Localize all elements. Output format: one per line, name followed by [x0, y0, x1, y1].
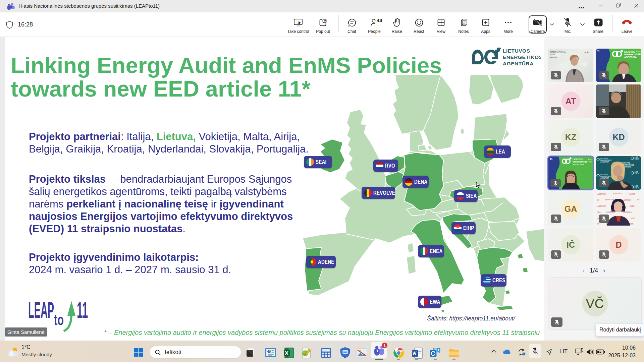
svg-text:ENERGETIKOS: ENERGETIKOS — [573, 161, 587, 163]
svg-text:TIKA: TIKA — [597, 211, 601, 213]
svg-text:KA: KA — [597, 223, 599, 225]
svg-text:LIETUVOS: LIETUVOS — [503, 48, 530, 54]
svg-text:ENER: ENER — [635, 173, 639, 175]
svg-text:Enrg: Enrg — [588, 161, 592, 163]
svg-text:AGENTŪRA: AGENTŪRA — [503, 61, 534, 66]
svg-text:AGENTŪRA: AGENTŪRA — [624, 56, 637, 58]
svg-text:AGENTŪRA: AGENTŪRA — [573, 164, 584, 166]
svg-text:Empow: Empow — [636, 50, 641, 52]
svg-text:◎SER: ◎SER — [630, 205, 635, 207]
svg-text:AGENTŪRA: AGENTŪRA — [600, 161, 609, 163]
svg-text:◎SERTIKA: ◎SERTIKA — [622, 199, 631, 201]
svg-text:EnrgyEf: EnrgyEf — [636, 53, 641, 55]
svg-text:◎SERTIKA: ◎SERTIKA — [597, 205, 606, 207]
svg-text:KA: KA — [597, 199, 599, 201]
svg-text:11: 11 — [77, 298, 88, 322]
svg-text:◎SE: ◎SE — [631, 217, 635, 219]
svg-text:INTERNATIONAL: INTERNATIONAL — [550, 51, 566, 53]
svg-text:LIETUVOS: LIETUVOS — [624, 51, 635, 53]
svg-text:◎S: ◎S — [637, 198, 640, 200]
svg-text:ENER: ENER — [635, 158, 639, 160]
svg-text:⚙ B: ⚙ B — [584, 51, 589, 54]
svg-text:ENERGETIKOS: ENERGETIKOS — [503, 54, 541, 60]
svg-text:◎SERTIKA: ◎SERTIKA — [605, 198, 614, 200]
svg-text:◎SERTIKA: ◎SERTIKA — [613, 192, 622, 194]
svg-text:LIETUVOS: LIETUVOS — [573, 158, 583, 160]
svg-text:Emp: Emp — [588, 158, 592, 160]
svg-text:ENER: ENER — [635, 187, 639, 189]
svg-text:◎SERT: ◎SERT — [629, 193, 635, 195]
svg-text:HANGE: HANGE — [550, 56, 557, 58]
svg-text:MASS: MASS — [550, 54, 555, 56]
svg-text:LEAP: LEAP — [28, 298, 54, 322]
svg-text:11: 11 — [550, 158, 553, 161]
svg-text:◎SERTIKA: ◎SERTIKA — [597, 193, 606, 195]
svg-text:to: to — [54, 311, 64, 328]
